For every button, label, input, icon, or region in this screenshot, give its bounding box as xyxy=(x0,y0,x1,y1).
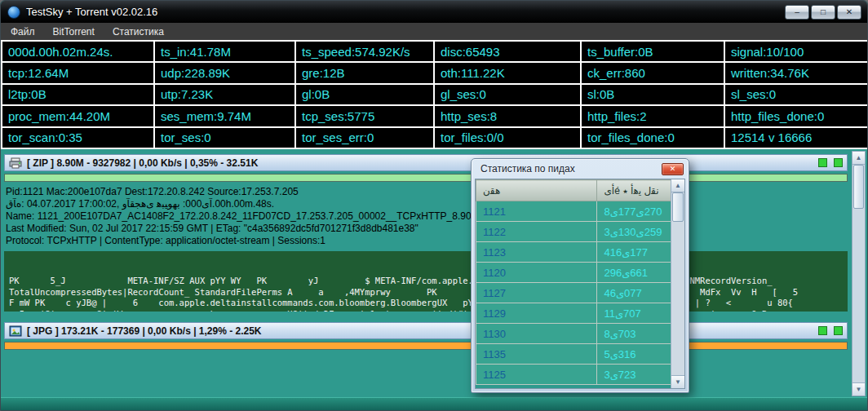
pid-row[interactable]: 1130 8ﻯ703 xyxy=(476,324,671,344)
printer-icon xyxy=(9,157,22,169)
stats-cell: ts_buffer:0B xyxy=(581,41,724,62)
torrent-zip-title: [ ZIP ] 8.90M - 9327982 | 0,00 Kb/s | 0,… xyxy=(27,157,258,169)
pid-cell: 1123 xyxy=(476,242,597,263)
pid-row[interactable]: 1120 296ﻯ661 xyxy=(476,263,671,283)
pid-row[interactable]: 1127 46ﻯ077 xyxy=(476,283,671,303)
popup-scrollbar[interactable]: ▲ ▼ xyxy=(671,179,684,388)
torrent-item-zip: [ ZIP ] 8.90M - 9327982 | 0,00 Kb/s | 0,… xyxy=(4,154,848,312)
value-cell: 5ﻯ316 xyxy=(597,344,671,365)
value-cell: 8ﻯ177ﻯ270 xyxy=(597,201,671,222)
pid-cell: 1130 xyxy=(476,324,597,344)
window-title: TestSky + Torrent v02.02.16 xyxy=(26,6,157,18)
scroll-thumb[interactable] xyxy=(853,165,864,209)
app-icon xyxy=(7,6,20,19)
pid-row[interactable]: 1135 5ﻯ316 xyxy=(476,344,671,365)
image-icon xyxy=(9,325,22,337)
pid-column-header: ﻥﻘﻫ xyxy=(476,180,597,201)
stats-cell: ck_err:860 xyxy=(581,62,724,83)
stats-row: tor_scan:0:35tor_ses:0tor_ses_err:0tor_f… xyxy=(2,127,868,148)
pid-row[interactable]: 1121 8ﻯ177ﻯ270 xyxy=(476,201,671,222)
stats-cell: tcp:12.64M xyxy=(2,62,154,83)
pid-row[interactable]: 1125 3ﻯ723 xyxy=(476,365,671,385)
pid-table: ﻥﻘﻫ ﻯﺃé ٭ ﺃﻫﻳ ﻝﻘﻧ 1121 8ﻯ177ﻯ270 1122 3ﻯ… xyxy=(476,179,671,385)
preview-line: TotalUncompressedBytes|RecordCount_ Stan… xyxy=(9,287,843,298)
stats-cell: disc:65493 xyxy=(434,41,581,62)
stats-table: 000d.00h.02m.24s.ts_in:41.78Mts_speed:57… xyxy=(1,40,868,149)
stats-cell: gl_ses:0 xyxy=(434,84,581,105)
pid-cell: 1122 xyxy=(476,222,597,242)
stats-cell: ses_mem:9.74M xyxy=(154,105,295,126)
torrent-jpg-header[interactable]: [ JPG ] 173.21K - 177369 | 0,00 Kb/s | 1… xyxy=(4,322,848,339)
status-indicator-icon xyxy=(834,158,843,167)
detail-line: ﻕﺂﻩ: 04.07.2017 17:00:02, ﻭﺂﻘﺠﻫﻯ ﻫﺒﻴﻮﻬﺑ … xyxy=(6,198,848,210)
stats-row: 000d.00h.02m.24s.ts_in:41.78Mts_speed:57… xyxy=(2,41,868,62)
app-window: TestSky + Torrent v02.02.16 – □ ✕ ФайлBi… xyxy=(0,0,868,411)
menu-item[interactable]: BitTorrent xyxy=(53,26,95,38)
stats-row: l2tp:0Butp:7.23Kgl:0Bgl_ses:0sl:0Bsl_ses… xyxy=(2,84,868,105)
pid-cell: 1129 xyxy=(476,303,597,324)
scroll-down-icon[interactable]: ▼ xyxy=(671,375,684,388)
torrent-zip-header[interactable]: [ ZIP ] 8.90M - 9327982 | 0,00 Kb/s | 0,… xyxy=(4,154,848,171)
stats-cell: tor_files:0/0 xyxy=(434,127,581,148)
value-cell: 11ﻯ707 xyxy=(597,303,671,324)
stats-cell: tor_files_done:0 xyxy=(581,127,724,148)
stats-cell: signal:10/100 xyxy=(724,41,868,62)
stats-cell: tcp_ses:5775 xyxy=(295,105,434,126)
stats-cell: proc_mem:44.20M xyxy=(2,105,154,126)
scroll-up-icon[interactable]: ▲ xyxy=(671,179,684,192)
close-button[interactable]: ✕ xyxy=(837,5,861,20)
scroll-thumb[interactable] xyxy=(672,192,684,222)
stats-cell: tor_ses:0 xyxy=(154,127,295,148)
stats-cell: http_files:2 xyxy=(581,105,724,126)
torrent-jpg-title: [ JPG ] 173.21K - 177369 | 0,00 Kb/s | 1… xyxy=(27,325,262,337)
main-scrollbar[interactable]: ▲ ▼ xyxy=(852,151,866,396)
progress-fill xyxy=(5,175,847,181)
maximize-button[interactable]: □ xyxy=(811,5,835,20)
value-cell: 46ﻯ077 xyxy=(597,283,671,303)
window-controls: – □ ✕ xyxy=(785,5,861,20)
pid-cell: 1121 xyxy=(476,201,597,222)
preview-line: PK 5_J META-INF/SZ AUX pYY WY PK yJ $ ME… xyxy=(9,276,843,287)
pid-cell: 1135 xyxy=(476,344,597,365)
detail-line: Protocol: TCPxHTTP | ContentType: applic… xyxy=(6,235,848,247)
menu-item[interactable]: Файл xyxy=(11,26,35,38)
torrent-zip-progress-bar xyxy=(4,174,848,182)
status-indicator-icon xyxy=(818,158,827,167)
stats-cell: ts_speed:574.92K/s xyxy=(295,41,434,62)
stats-cell: written:34.76K xyxy=(724,62,868,83)
pid-row[interactable]: 1123 416ﻯ177 xyxy=(476,242,671,263)
stats-cell: sl_ses:0 xyxy=(724,84,868,105)
pid-cell: 1125 xyxy=(476,365,597,385)
stats-cell: http_ses:8 xyxy=(434,105,581,126)
popup-body: ﻥﻘﻫ ﻯﺃé ٭ ﺃﻫﻳ ﻝﻘﻧ 1121 8ﻯ177ﻯ270 1122 3ﻯ… xyxy=(475,179,685,389)
pid-row[interactable]: 1122 3ﻯ130ﻯ259 xyxy=(476,222,671,242)
stats-cell: http_files_done:0 xyxy=(724,105,868,126)
popup-title-bar[interactable]: Статистика по пидах ✕ xyxy=(472,159,689,179)
popup-title: Статистика по пидах xyxy=(480,163,575,175)
minimize-button[interactable]: – xyxy=(785,5,809,20)
stats-cell: gre:12B xyxy=(295,62,434,83)
pid-cell: 1127 xyxy=(476,283,597,303)
title-bar[interactable]: TestSky + Torrent v02.02.16 – □ ✕ xyxy=(1,1,867,23)
stats-cell: ts_in:41.78M xyxy=(154,41,295,62)
value-cell: 296ﻯ661 xyxy=(597,263,671,283)
torrent-zip-details: Pid:1121 Mac:200e107da7 Dest:172.20.8.24… xyxy=(4,186,848,247)
stats-cell: gl:0B xyxy=(295,84,434,105)
pid-row[interactable]: 1129 11ﻯ707 xyxy=(476,303,671,324)
value-cell: 416ﻯ177 xyxy=(597,242,671,263)
stats-cell: tor_scan:0:35 xyxy=(2,127,154,148)
menu-item[interactable]: Статистика xyxy=(113,26,164,38)
scroll-up-icon[interactable]: ▲ xyxy=(852,152,865,165)
stats-cell: 12514 v 16666 xyxy=(724,127,868,148)
popup-close-button[interactable]: ✕ xyxy=(662,163,684,175)
stats-cell: udp:228.89K xyxy=(154,62,295,83)
stats-cell: 000d.00h.02m.24s. xyxy=(2,41,154,62)
stats-cell: utp:7.23K xyxy=(154,84,295,105)
detail-line: Name: 1121_200E107DA7_AC1408F2_172.20.8.… xyxy=(6,210,848,223)
detail-line: Pid:1121 Mac:200e107da7 Dest:172.20.8.24… xyxy=(6,186,848,198)
scroll-down-icon[interactable]: ▼ xyxy=(852,382,865,396)
progress-fill xyxy=(5,342,847,349)
stats-popup: Статистика по пидах ✕ ﻥﻘﻫ ﻯﺃé ٭ ﺃﻫﻳ ﻝﻘﻧ … xyxy=(471,158,689,393)
value-cell: 8ﻯ703 xyxy=(597,324,671,344)
torrent-jpg-progress-bar xyxy=(4,342,848,350)
